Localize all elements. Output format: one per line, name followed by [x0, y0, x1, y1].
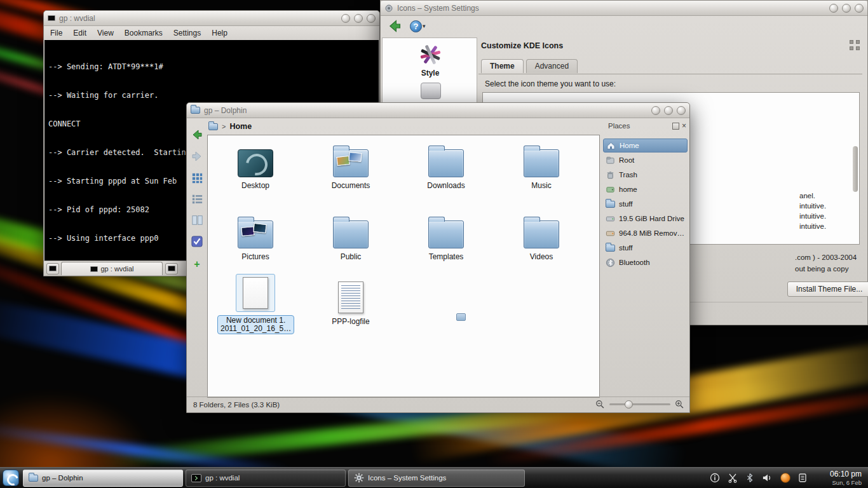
forward-button[interactable]	[189, 149, 205, 164]
removable-drive-icon	[606, 229, 615, 238]
system-settings-window-title: Icons – System Settings	[397, 4, 479, 13]
places-item-home-device[interactable]: home	[603, 182, 688, 196]
menu-file[interactable]: File	[50, 29, 62, 37]
zoom-slider[interactable]	[609, 403, 670, 405]
close-button[interactable]	[855, 4, 864, 13]
columns-view-button[interactable]	[189, 212, 205, 227]
places-panel: Places × Home Root Trash home	[602, 119, 689, 396]
theme-list-text: anel.	[799, 192, 815, 200]
back-button[interactable]	[189, 127, 205, 142]
desktop-folder-icon	[238, 149, 273, 177]
places-item-trash[interactable]: Trash	[603, 168, 688, 182]
zoom-in-icon[interactable]	[675, 400, 684, 409]
task-terminal[interactable]: gp : wvdial	[186, 470, 346, 487]
klipper-scissors-icon[interactable]	[728, 473, 738, 483]
file-item-templates[interactable]: Templates	[408, 212, 484, 261]
menu-bookmarks[interactable]: Bookmarks	[125, 29, 163, 37]
terminal-icon	[49, 266, 57, 271]
install-theme-button[interactable]: Install Theme File...	[787, 281, 868, 297]
minimize-button[interactable]	[341, 14, 350, 23]
file-item-downloads[interactable]: Downloads	[408, 140, 484, 190]
folder-icon	[524, 220, 559, 248]
kickoff-launcher[interactable]	[0, 468, 22, 488]
trash-icon	[606, 170, 615, 180]
file-item-music[interactable]: Music	[503, 140, 580, 190]
terminal-line: --> Sending: ATDT*99***1#	[48, 62, 375, 72]
terminal-task-icon	[191, 474, 201, 482]
device-notifier-icon[interactable]	[798, 473, 807, 483]
breadcrumb-separator: >	[222, 123, 226, 130]
detach-panel-icon[interactable]	[672, 123, 679, 130]
dolphin-statusbar: 8 Folders, 2 Files (3.3 KiB)	[187, 396, 689, 412]
menu-view[interactable]: View	[97, 29, 114, 37]
places-item-root[interactable]: Root	[603, 153, 688, 167]
volume-icon[interactable]	[762, 473, 773, 483]
help-icon: ?	[410, 20, 422, 32]
breadcrumb-home[interactable]: Home	[229, 122, 252, 131]
new-tab-button[interactable]	[46, 263, 59, 274]
bluetooth-tray-icon[interactable]	[745, 473, 754, 483]
menu-edit[interactable]: Edit	[73, 29, 86, 37]
forward-arrow-icon	[191, 150, 203, 163]
places-item-bluetooth[interactable]: Bluetooth	[603, 255, 688, 269]
places-item-stuff-2[interactable]: stuff	[603, 241, 688, 255]
places-item-hard-drive[interactable]: 19.5 GiB Hard Drive	[603, 212, 688, 226]
root-folder-icon	[606, 156, 615, 165]
chevron-down-icon: ▾	[423, 23, 426, 29]
details-view-button[interactable]	[189, 191, 205, 207]
maximize-button[interactable]	[354, 14, 363, 23]
tab-advanced[interactable]: Advanced	[526, 59, 578, 73]
terminal-titlebar[interactable]: gp : wvdial	[44, 11, 379, 26]
sidebar-item-label: Style	[421, 69, 440, 78]
places-item-removable-drive[interactable]: 964.8 MiB Remov…	[603, 226, 688, 240]
places-item-home[interactable]: Home	[603, 139, 688, 152]
add-button[interactable]: +	[189, 257, 205, 272]
minimize-button[interactable]	[651, 106, 660, 115]
help-button[interactable]: ? ▾	[410, 20, 426, 32]
task-system-settings[interactable]: Icons – System Settings	[348, 470, 525, 487]
info-icon[interactable]	[710, 473, 720, 483]
system-settings-titlebar[interactable]: Icons – System Settings	[381, 1, 867, 16]
file-item-documents[interactable]: Documents	[313, 140, 389, 190]
close-button[interactable]	[677, 106, 686, 115]
file-item-new-document[interactable]: New document 1. 2011_01_20_16_5…	[217, 275, 294, 334]
file-item-videos[interactable]: Videos	[503, 212, 580, 261]
preview-toggle-button[interactable]	[189, 234, 205, 249]
file-item-ppp-logfile[interactable]: PPP-logfile	[313, 276, 389, 326]
dolphin-titlebar[interactable]: gp – Dolphin	[187, 103, 689, 118]
file-item-public[interactable]: Public	[313, 212, 389, 261]
zoom-out-icon[interactable]	[595, 400, 605, 409]
places-title: Places	[608, 122, 630, 130]
menu-help[interactable]: Help	[212, 29, 227, 37]
documents-folder-icon	[333, 149, 369, 177]
dolphin-file-view[interactable]: Desktop Documents Downloads Music	[207, 135, 600, 398]
folder-icon	[428, 149, 464, 177]
maximize-button[interactable]	[664, 106, 673, 115]
minimize-button[interactable]	[829, 4, 838, 13]
menu-settings[interactable]: Settings	[173, 29, 201, 37]
places-item-stuff[interactable]: stuff	[603, 197, 688, 211]
terminal-tab[interactable]: gp : wvdial	[61, 262, 163, 275]
updates-tray-icon[interactable]	[780, 473, 790, 483]
close-button[interactable]	[367, 14, 376, 23]
icon-grid-toggle[interactable]	[850, 40, 860, 50]
zoom-slider-handle[interactable]	[625, 400, 633, 409]
terminal-icon	[168, 266, 175, 271]
task-dolphin[interactable]: gp – Dolphin	[23, 470, 183, 487]
document-icon	[243, 277, 268, 309]
file-item-pictures[interactable]: Pictures	[217, 212, 294, 261]
device-icon	[606, 185, 615, 194]
sidebar-item-style[interactable]: Style	[398, 43, 462, 78]
tab-list-button[interactable]	[165, 263, 178, 274]
breadcrumb[interactable]: > Home	[208, 122, 252, 131]
terminal-window-title: gp : wvdial	[59, 14, 95, 23]
digital-clock[interactable]: 06:10 pm Sun, 6 Feb	[813, 470, 868, 487]
scrollbar[interactable]	[853, 146, 858, 192]
sidebar-item-partial-icon[interactable]	[421, 83, 441, 99]
icons-view-button[interactable]	[189, 170, 205, 186]
back-button[interactable]	[387, 18, 402, 34]
close-panel-icon[interactable]: ×	[682, 122, 686, 130]
file-item-desktop[interactable]: Desktop	[217, 140, 294, 190]
maximize-button[interactable]	[842, 4, 851, 13]
tab-theme[interactable]: Theme	[481, 59, 524, 73]
